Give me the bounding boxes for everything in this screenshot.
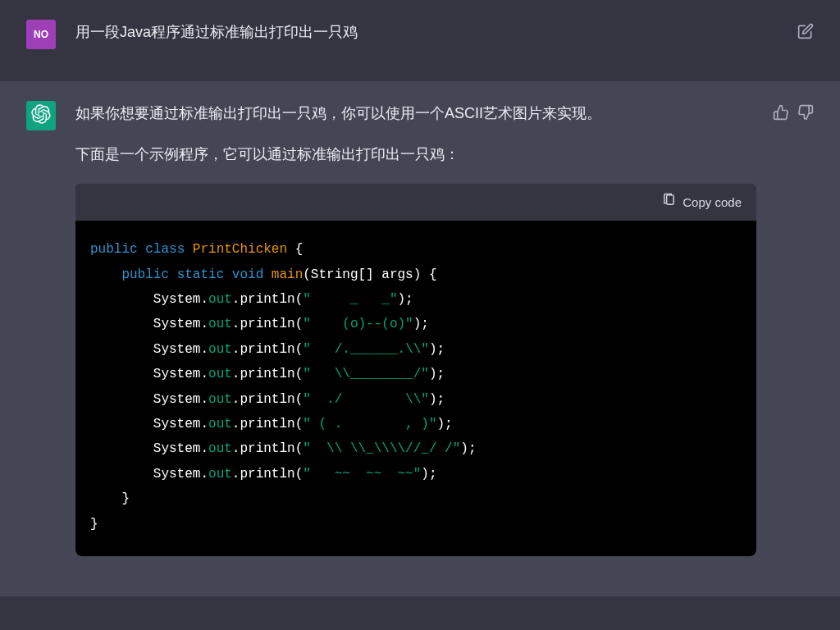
code-token: System — [153, 392, 201, 407]
code-token: ); — [429, 367, 445, 381]
code-token: public — [121, 267, 169, 282]
code-token: System — [153, 317, 201, 331]
code-token: out — [208, 441, 232, 456]
code-token: . — [200, 342, 208, 357]
code-token: ); — [429, 342, 445, 357]
code-token: . — [232, 367, 240, 381]
code-token: System — [153, 441, 201, 456]
code-token: out — [208, 342, 232, 357]
code-token: . — [232, 467, 240, 482]
code-token: { — [287, 242, 303, 257]
code-token: ( — [295, 417, 304, 431]
assistant-p1: 如果你想要通过标准输出打印出一只鸡，你可以使用一个ASCII艺术图片来实现。 — [75, 101, 756, 126]
code-token: void — [232, 267, 263, 282]
thumbs-down-icon[interactable] — [797, 104, 814, 121]
user-message-text: 用一段Java程序通过标准输出打印出一只鸡 — [75, 20, 756, 45]
user-avatar-text: NO — [34, 29, 48, 40]
code-token: ); — [413, 317, 429, 331]
code-token: " /.______.\\" — [303, 342, 429, 357]
code-token: System — [153, 342, 201, 357]
code-token: public — [90, 242, 138, 257]
code-token: class — [145, 242, 185, 257]
code-token: ); — [421, 467, 436, 482]
code-token: ( — [295, 392, 304, 407]
user-message-content: 用一段Java程序通过标准输出打印出一只鸡 — [75, 20, 814, 62]
code-token: println — [240, 292, 294, 307]
code-token: System — [153, 467, 201, 482]
copy-code-button[interactable]: Copy code — [662, 192, 742, 213]
code-token: . — [200, 392, 208, 407]
code-body: public class PrintChicken { public stati… — [75, 221, 756, 556]
code-token: System — [153, 292, 201, 307]
code-token: " ( . , )" — [303, 417, 436, 431]
code-token: println — [240, 367, 294, 381]
code-token: ( — [295, 467, 304, 482]
code-token: . — [232, 317, 240, 331]
code-token: . — [200, 467, 208, 482]
code-token: out — [208, 392, 232, 407]
code-token: ( — [295, 342, 304, 357]
clipboard-icon — [662, 192, 676, 213]
code-token: " \\________/" — [303, 367, 429, 381]
code-token: . — [200, 441, 208, 456]
code-token: out — [208, 417, 232, 431]
assistant-p2: 下面是一个示例程序，它可以通过标准输出打印出一只鸡： — [75, 142, 756, 167]
code-token: ( — [295, 317, 304, 331]
code-block: Copy code public class PrintChicken { pu… — [75, 184, 756, 556]
edit-icon[interactable] — [797, 23, 814, 39]
assistant-message-content: 如果你想要通过标准输出打印出一只鸡，你可以使用一个ASCII艺术图片来实现。 下… — [75, 101, 814, 577]
code-token: . — [200, 367, 208, 381]
code-token: } — [90, 517, 98, 532]
code-token: System — [153, 367, 201, 381]
code-token: " ./ \\" — [303, 392, 429, 407]
code-token: . — [200, 292, 208, 307]
code-token: ); — [429, 392, 445, 407]
assistant-row-inner: 如果你想要通过标准输出打印出一只鸡，你可以使用一个ASCII艺术图片来实现。 下… — [26, 101, 814, 577]
assistant-actions — [773, 104, 814, 121]
code-token: " (o)--(o)" — [303, 317, 413, 331]
user-actions — [797, 23, 814, 39]
user-row-inner: NO 用一段Java程序通过标准输出打印出一只鸡 — [26, 20, 814, 62]
code-token: System — [153, 417, 201, 431]
code-token: println — [240, 441, 294, 456]
assistant-message-row: 如果你想要通过标准输出打印出一只鸡，你可以使用一个ASCII艺术图片来实现。 下… — [0, 81, 840, 596]
openai-logo-icon — [31, 104, 51, 127]
code-token: . — [200, 417, 208, 431]
code-token: println — [240, 467, 294, 482]
code-token: PrintChicken — [193, 242, 287, 257]
code-token: " \\ \\_\\\\//_/ /" — [303, 441, 460, 456]
code-token: } — [90, 491, 130, 506]
copy-code-label: Copy code — [682, 192, 742, 213]
code-header: Copy code — [75, 184, 756, 221]
code-token: println — [240, 417, 294, 431]
code-token: . — [232, 342, 240, 357]
code-token: . — [200, 317, 208, 331]
code-token: . — [232, 392, 240, 407]
code-token: (String[] args) { — [303, 267, 436, 282]
code-token: ( — [295, 367, 304, 381]
code-token: ); — [398, 292, 413, 307]
user-avatar: NO — [26, 20, 56, 49]
code-token: ( — [295, 292, 304, 307]
svg-rect-0 — [667, 195, 674, 204]
code-token: ); — [437, 417, 453, 431]
code-token: out — [208, 317, 232, 331]
thumbs-up-icon[interactable] — [773, 104, 789, 121]
code-token: out — [208, 292, 232, 307]
code-token: " _ _" — [303, 292, 397, 307]
code-token: ); — [460, 441, 476, 456]
code-token: . — [232, 417, 240, 431]
code-token: println — [240, 392, 294, 407]
code-token: . — [232, 441, 240, 456]
code-token: ( — [295, 441, 304, 456]
code-token: " ~~ ~~ ~~" — [303, 467, 421, 482]
code-token: out — [208, 367, 232, 381]
code-token: out — [208, 467, 232, 482]
assistant-avatar — [26, 101, 56, 130]
user-message-row: NO 用一段Java程序通过标准输出打印出一只鸡 — [0, 0, 840, 81]
code-token: println — [240, 317, 294, 331]
code-token: static — [177, 267, 225, 282]
code-token: main — [272, 267, 303, 282]
code-token: . — [232, 292, 240, 307]
code-token: println — [240, 342, 294, 357]
